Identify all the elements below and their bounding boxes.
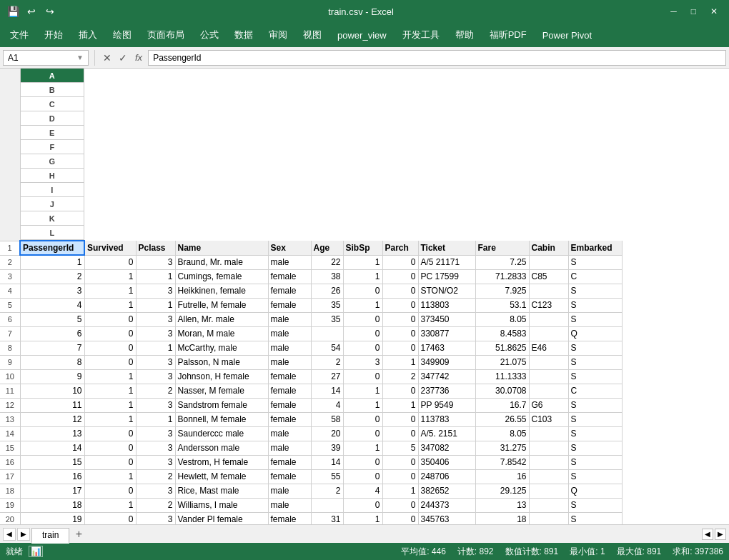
cell-r6c8[interactable]: 0	[382, 312, 418, 326]
redo-icon[interactable]: ↪	[43, 4, 57, 19]
cell-r9c2[interactable]: 0	[84, 355, 136, 369]
cell-r20c7[interactable]: 1	[343, 512, 382, 524]
cell-r13c6[interactable]: 58	[311, 412, 343, 426]
cell-r3c1[interactable]: 2	[20, 269, 84, 284]
cell-r2c3[interactable]: 3	[136, 255, 175, 269]
cell-r18c2[interactable]: 0	[84, 484, 136, 498]
header-cell-parch[interactable]: Parch	[382, 241, 418, 255]
cell-r3c9[interactable]: PC 17599	[418, 269, 475, 284]
cell-r14c4[interactable]: Saunderccc male	[175, 426, 268, 441]
cell-r6c5[interactable]: male	[268, 312, 311, 326]
cell-r6c4[interactable]: Allen, Mr. male	[175, 312, 268, 326]
cell-r19c9[interactable]: 244373	[418, 498, 475, 512]
cell-r15c3[interactable]: 3	[136, 441, 175, 455]
cell-r20c3[interactable]: 3	[136, 512, 175, 524]
cell-r19c4[interactable]: Williams, I male	[175, 498, 268, 512]
cell-r9c10[interactable]: 21.075	[475, 355, 529, 369]
col-header-D[interactable]: D	[21, 111, 85, 126]
cell-r8c3[interactable]: 1	[136, 341, 175, 355]
cell-r2c10[interactable]: 7.25	[475, 255, 529, 269]
cell-r13c7[interactable]: 0	[343, 412, 382, 426]
cell-r11c1[interactable]: 10	[20, 384, 84, 398]
cell-r8c1[interactable]: 7	[20, 341, 84, 355]
cell-r19c3[interactable]: 2	[136, 498, 175, 512]
header-cell-pclass[interactable]: Pclass	[136, 241, 175, 255]
cell-r14c10[interactable]: 8.05	[475, 426, 529, 441]
cell-r2c8[interactable]: 0	[382, 255, 418, 269]
menu-item-开发工具[interactable]: 开发工具	[395, 26, 447, 44]
cell-r17c6[interactable]: 55	[311, 469, 343, 484]
cell-r14c11[interactable]	[529, 426, 568, 441]
header-cell-survived[interactable]: Survived	[84, 241, 136, 255]
cell-r20c6[interactable]: 31	[311, 512, 343, 524]
cell-r12c10[interactable]: 16.7	[475, 398, 529, 412]
cell-r8c6[interactable]: 54	[311, 341, 343, 355]
scroll-right-arrow[interactable]: ▶	[715, 529, 726, 540]
cell-r2c1[interactable]: 1	[20, 255, 84, 269]
cell-r4c4[interactable]: Heikkinen, female	[175, 284, 268, 298]
cell-r3c11[interactable]: C85	[529, 269, 568, 284]
cell-r16c8[interactable]: 0	[382, 455, 418, 469]
cell-r12c3[interactable]: 3	[136, 398, 175, 412]
cell-r9c4[interactable]: Palsson, N male	[175, 355, 268, 369]
cell-r18c3[interactable]: 3	[136, 484, 175, 498]
cell-r5c2[interactable]: 1	[84, 298, 136, 312]
cell-r8c11[interactable]: E46	[529, 341, 568, 355]
cell-r19c2[interactable]: 1	[84, 498, 136, 512]
cell-r4c11[interactable]	[529, 284, 568, 298]
cell-r14c6[interactable]: 20	[311, 426, 343, 441]
cell-r16c3[interactable]: 3	[136, 455, 175, 469]
cell-r17c5[interactable]: female	[268, 469, 311, 484]
confirm-icon[interactable]: ✓	[116, 52, 129, 64]
cell-r2c12[interactable]: S	[568, 255, 622, 269]
cell-r16c4[interactable]: Vestrom, H female	[175, 455, 268, 469]
cell-r13c5[interactable]: female	[268, 412, 311, 426]
cell-r8c4[interactable]: McCarthy, male	[175, 341, 268, 355]
cell-r15c9[interactable]: 347082	[418, 441, 475, 455]
cell-r3c4[interactable]: Cumings, female	[175, 269, 268, 284]
formula-input[interactable]	[148, 50, 726, 66]
cell-r9c1[interactable]: 8	[20, 355, 84, 369]
cancel-icon[interactable]: ✕	[101, 52, 114, 64]
menu-item-帮助[interactable]: 帮助	[448, 26, 481, 44]
sheet-nav-right[interactable]: ▶	[17, 528, 30, 541]
cell-r19c6[interactable]	[311, 498, 343, 512]
cell-r7c7[interactable]: 0	[343, 326, 382, 341]
cell-r7c1[interactable]: 6	[20, 326, 84, 341]
cell-r2c2[interactable]: 0	[84, 255, 136, 269]
cell-r15c1[interactable]: 14	[20, 441, 84, 455]
cell-r12c2[interactable]: 1	[84, 398, 136, 412]
menu-item-公式[interactable]: 公式	[193, 26, 226, 44]
col-header-E[interactable]: E	[21, 126, 85, 140]
cell-r7c4[interactable]: Moran, M male	[175, 326, 268, 341]
cell-r15c8[interactable]: 5	[382, 441, 418, 455]
sheet-tab-train[interactable]: train	[31, 528, 69, 544]
cell-r9c8[interactable]: 1	[382, 355, 418, 369]
cell-r5c5[interactable]: female	[268, 298, 311, 312]
header-cell-cabin[interactable]: Cabin	[529, 241, 568, 255]
sheet-nav-left[interactable]: ◀	[3, 528, 16, 541]
cell-r10c8[interactable]: 2	[382, 369, 418, 384]
cell-r20c4[interactable]: Vander Pl female	[175, 512, 268, 524]
cell-r5c8[interactable]: 0	[382, 298, 418, 312]
cell-r7c8[interactable]: 0	[382, 326, 418, 341]
cell-r20c1[interactable]: 19	[20, 512, 84, 524]
cell-r11c2[interactable]: 1	[84, 384, 136, 398]
cell-r4c1[interactable]: 3	[20, 284, 84, 298]
cell-r16c5[interactable]: female	[268, 455, 311, 469]
cell-r19c1[interactable]: 18	[20, 498, 84, 512]
cell-r17c11[interactable]	[529, 469, 568, 484]
cell-r6c11[interactable]	[529, 312, 568, 326]
header-cell-sibsp[interactable]: SibSp	[343, 241, 382, 255]
cell-r8c8[interactable]: 0	[382, 341, 418, 355]
menu-item-插入[interactable]: 插入	[71, 26, 104, 44]
cell-r16c10[interactable]: 7.8542	[475, 455, 529, 469]
cell-r9c5[interactable]: male	[268, 355, 311, 369]
cell-r11c11[interactable]	[529, 384, 568, 398]
col-header-G[interactable]: G	[21, 154, 85, 169]
cell-r10c5[interactable]: female	[268, 369, 311, 384]
menu-item-Power Pivot[interactable]: Power Pivot	[535, 27, 599, 44]
header-cell-ticket[interactable]: Ticket	[418, 241, 475, 255]
menu-item-数据[interactable]: 数据	[227, 26, 260, 44]
cell-r13c3[interactable]: 1	[136, 412, 175, 426]
